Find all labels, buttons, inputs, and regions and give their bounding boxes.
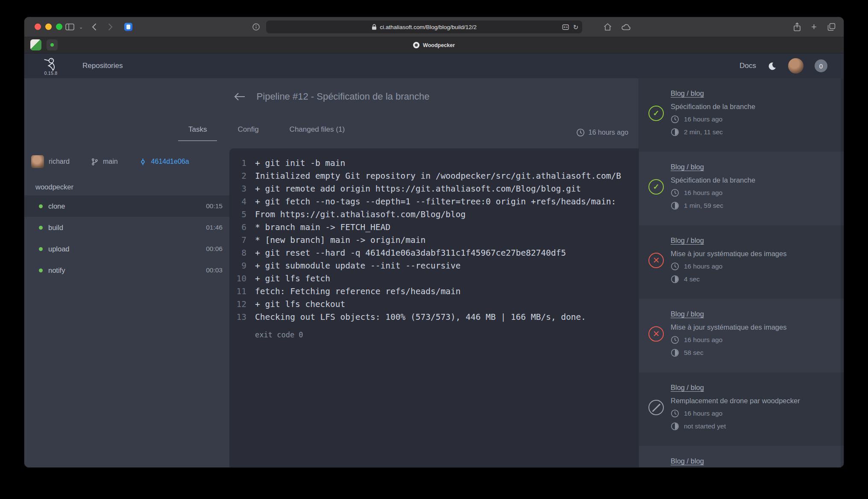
reload-icon[interactable]: ↻ [573,24,578,30]
nav-repositories-link[interactable]: Repositories [82,62,123,70]
workflow-step[interactable]: build 01:46 [24,217,229,238]
log-line-text: fetch: Fetching reference refs/heads/mai… [255,285,460,298]
address-bar[interactable]: ci.athaliasoft.com/Blog/blog/build/12/2 … [266,21,582,33]
log-line: 4 + git fetch --no-tags --depth=1 --filt… [229,195,639,208]
workflow-step[interactable]: upload 00:06 [24,238,229,260]
build-list-item[interactable]: ✓ Blog / blog Spécification de la branch… [639,152,844,225]
notification-counter-badge[interactable]: 0 [815,59,827,72]
pipeline-header: Pipeline #12 - Spécification de la branc… [24,78,639,115]
share-icon[interactable] [793,23,801,32]
step-name: notify [48,266,206,275]
build-repo-link[interactable]: Blog / blog [671,163,704,171]
duration-icon [671,275,679,283]
build-repo-link[interactable]: Blog / blog [671,384,704,392]
commit-author: richard [31,155,70,168]
build-status-icon [648,400,664,415]
woodpecker-logo-icon [43,56,59,72]
toolbar-app-icon[interactable] [124,23,132,31]
step-duration: 00:06 [206,245,223,253]
log-line-text: + git init -b main [255,157,345,170]
app-navbar: 0.15.8 Repositories Docs 0 [24,53,844,78]
back-nav-icon[interactable] [92,23,97,31]
build-duration-row: 1 min, 59 sec [671,201,834,210]
build-message: Mise à jour systématique des images [671,250,834,258]
tab-overview-icon[interactable] [827,23,836,31]
log-line-number: 7 [229,234,246,247]
log-line: 1 + git init -b main [229,157,639,170]
zoom-window-button[interactable] [56,24,62,30]
log-line-number: 4 [229,195,246,208]
back-arrow-icon[interactable] [234,92,246,102]
workflow-step[interactable]: notify 00:03 [24,260,229,281]
commit-hash-link[interactable]: 4614d1e06a [151,158,189,165]
log-line-text: + git submodule update --init --recursiv… [255,260,460,272]
forward-nav-icon[interactable] [108,23,113,31]
minimize-window-button[interactable] [45,24,52,30]
clock-icon [671,336,679,344]
log-line: 8 + git reset --hard -q 4614d1e06a3dabf3… [229,247,639,260]
log-line: 6 * branch main -> FETCH_HEAD [229,221,639,234]
pipeline-tab[interactable]: Changed files (1) [279,123,355,141]
build-list-item[interactable]: Blog / blog Remplacement de drone par wo… [639,372,844,446]
browser-window: ⌄ ci.athaliasoft.com/Blog/blog/build/12/… [24,17,844,467]
build-repo-link[interactable]: Blog / blog [671,89,704,97]
step-name: build [48,224,206,232]
workflow-step[interactable]: clone 00:15 [24,195,229,217]
sidebar-toggle-icon[interactable] [65,24,74,31]
log-line-number: 9 [229,260,246,272]
pipeline-tab[interactable]: Config [227,123,269,141]
step-status-dot [39,247,43,251]
log-line: 7 * [new branch] main -> origin/main [229,234,639,247]
build-list-item[interactable]: ✓ Blog / blog Spécification de la branch… [639,78,844,152]
pipeline-tab[interactable]: Tasks [178,123,217,141]
pipeline-title: Pipeline #12 - Spécification de la branc… [257,91,430,102]
build-message: Remplacement de drone par woodpecker [671,397,834,405]
recent-builds-sidebar[interactable]: ✓ Blog / blog Spécification de la branch… [639,78,844,467]
step-status-dot [39,269,43,272]
log-line-number: 2 [229,170,246,183]
log-line-text: + git lfs fetch [255,272,330,285]
log-line-text: Initialized empty Git repository in /woo… [255,170,621,183]
build-repo-link[interactable]: Blog / blog [671,236,704,245]
log-line-number: 13 [229,311,246,324]
build-list-item[interactable]: × Blog / blog Mise à jour systématique d… [639,299,844,372]
lock-icon [372,24,377,30]
content-blocker-icon[interactable] [562,24,569,30]
active-tab[interactable]: Woodpecker [24,37,844,53]
commit-branch: main [91,158,118,165]
woodpecker-logo[interactable]: 0.15.8 [39,56,63,76]
browser-titlebar[interactable]: ⌄ ci.athaliasoft.com/Blog/blog/build/12/… [24,17,844,37]
chevron-down-icon[interactable]: ⌄ [79,24,83,30]
page-info-icon[interactable] [252,24,260,31]
steps-list: clone 00:15 build 01:46 upload 00:06 not… [24,195,229,281]
woodpecker-favicon [413,42,419,48]
pipeline-time-ago: 16 hours ago [576,128,628,137]
home-icon[interactable] [604,23,612,31]
build-time-row: 16 hours ago [671,115,834,124]
log-line-text: + git fetch --no-tags --depth=1 --filter… [255,195,616,208]
clock-icon [671,262,679,271]
pipeline-time-ago-label: 16 hours ago [589,129,628,136]
build-duration-row: 2 min, 11 sec [671,128,834,136]
woodpecker-page: 0.15.8 Repositories Docs 0 Pipeline #12 [24,53,844,467]
log-panel[interactable]: 1 + git init -b main 2 Initialized empty… [229,148,639,467]
pipeline-main: Pipeline #12 - Spécification de la branc… [24,78,639,467]
log-line: 5 From https://git.athaliasoft.com/Blog/… [229,208,639,221]
build-list-item[interactable]: Blog / blog [639,446,844,467]
cloud-icon[interactable] [622,24,631,30]
step-duration: 00:03 [206,266,223,274]
user-avatar[interactable] [788,58,803,74]
build-repo-link[interactable]: Blog / blog [671,310,704,318]
build-repo-link[interactable]: Blog / blog [671,457,704,465]
nav-docs-link[interactable]: Docs [739,62,756,70]
log-line-number: 3 [229,183,246,195]
log-line-number: 5 [229,208,246,221]
build-list-item[interactable]: × Blog / blog Mise à jour systématique d… [639,225,844,299]
pipeline-tabs: TasksConfigChanged files (1) 16 hours ag… [24,115,639,148]
build-time-row: 16 hours ago [671,409,834,418]
version-label: 0.15.8 [44,71,58,76]
dark-mode-toggle-icon[interactable] [767,61,777,71]
close-window-button[interactable] [35,24,41,30]
new-tab-icon[interactable]: + [811,21,817,32]
log-line-text: + git lfs checkout [255,298,345,311]
